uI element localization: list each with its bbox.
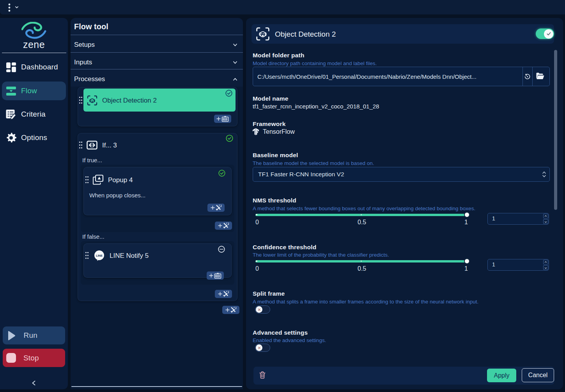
svg-text:LINE: LINE — [96, 254, 103, 257]
